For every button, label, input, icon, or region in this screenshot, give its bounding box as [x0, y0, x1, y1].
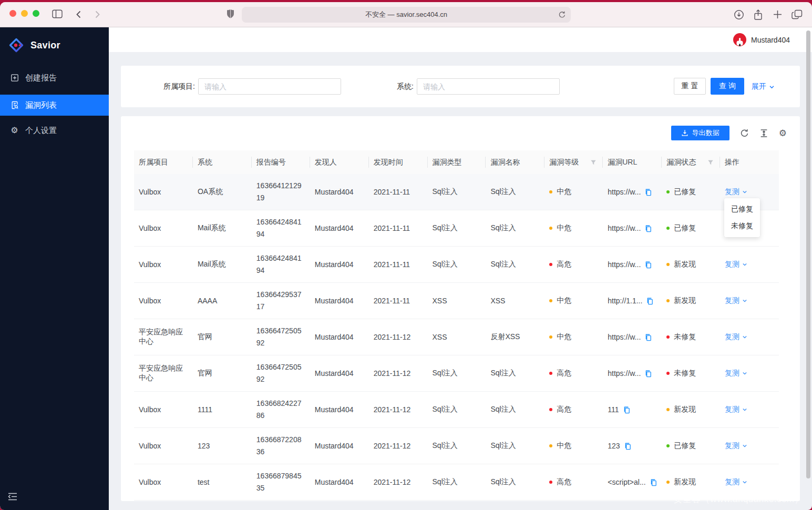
close-window-button[interactable] — [9, 10, 16, 17]
sidebar-item-创建报告[interactable]: 创建报告 — [0, 67, 109, 88]
retest-action-link[interactable]: 复测 — [725, 405, 747, 414]
system-filter-input[interactable] — [417, 78, 560, 95]
copy-url-icon[interactable] — [644, 333, 652, 341]
column-header: 发现时间 — [369, 150, 428, 174]
date-value: 2021-11-11 — [374, 224, 410, 232]
copy-url-icon[interactable] — [624, 442, 632, 450]
cell-report-id: 1636687220836 — [252, 428, 310, 464]
copy-url-icon[interactable] — [623, 406, 631, 414]
retest-action-link[interactable]: 复测 — [725, 260, 747, 269]
retest-dropdown-option[interactable]: 未修复 — [724, 218, 760, 234]
downloads-icon[interactable] — [734, 9, 744, 22]
retest-action-link[interactable]: 复测 — [725, 332, 747, 342]
cell-vuln-level: 高危 — [544, 247, 603, 282]
cell-system: OA系统 — [193, 174, 252, 210]
cell-vuln-level: 中危 — [544, 428, 603, 464]
cell-vuln-type: Sql注入 — [428, 428, 486, 464]
new-tab-icon[interactable] — [773, 9, 783, 22]
copy-url-icon[interactable] — [644, 225, 652, 232]
status-value: 已修复 — [674, 223, 696, 233]
column-header-label: 系统 — [198, 158, 212, 167]
cell-vuln-name: Sql注入 — [486, 247, 544, 282]
column-header: 所属项目 — [134, 150, 193, 174]
table-row: VulboxMail系统1636642484194Mustard4042021-… — [134, 210, 779, 247]
export-data-button[interactable]: 导出数据 — [671, 126, 729, 140]
vuln-type-value: Sql注入 — [433, 223, 458, 233]
copy-url-icon[interactable] — [644, 188, 652, 196]
privacy-shield-icon[interactable] — [226, 9, 235, 22]
reset-button[interactable]: 重 置 — [674, 78, 706, 95]
project-filter-input[interactable] — [198, 78, 341, 95]
sidebar-toggle-icon[interactable] — [52, 9, 63, 21]
cell-vuln-name: Sql注入 — [486, 210, 544, 246]
row-height-icon[interactable] — [759, 129, 768, 138]
sidebar-item-漏洞列表[interactable]: 漏洞列表 — [0, 95, 109, 116]
sidebar-item-个人设置[interactable]: ⚙个人设置 — [0, 120, 109, 141]
cell-actions: 复测 — [720, 319, 779, 355]
cell-date: 2021-11-12 — [369, 319, 428, 355]
retest-action-link[interactable]: 复测 — [725, 477, 747, 487]
url-value: https://w... — [608, 188, 641, 196]
cell-finder: Mustard404 — [310, 283, 369, 319]
retest-action-link[interactable]: 复测 — [725, 369, 747, 378]
retest-action-link[interactable]: 复测 — [725, 441, 747, 451]
cell-system: Mail系统 — [193, 210, 252, 246]
retest-action-link[interactable]: 复测 — [725, 187, 747, 197]
url-bar[interactable]: 不安全 — savior.sec404.cn — [242, 7, 571, 23]
sidebar-item-label: 漏洞列表 — [25, 100, 57, 110]
back-icon[interactable] — [75, 10, 83, 21]
cell-project: Vulbox — [134, 210, 193, 246]
expand-filters-link[interactable]: 展开 — [752, 82, 775, 91]
copy-url-icon[interactable] — [646, 297, 654, 305]
table-settings-gear-icon[interactable]: ⚙ — [779, 128, 787, 139]
retest-dropdown-option[interactable]: 已修复 — [724, 201, 760, 218]
date-value: 2021-11-12 — [374, 369, 411, 378]
logo-text: Savior — [30, 40, 60, 51]
cell-project: 平安应急响应中心 — [134, 319, 193, 355]
reload-icon[interactable] — [558, 11, 566, 21]
copy-url-icon[interactable] — [644, 261, 652, 269]
retest-label: 复测 — [725, 260, 739, 269]
refresh-icon[interactable] — [740, 129, 749, 138]
date-value: 2021-11-12 — [374, 478, 411, 486]
copy-url-icon[interactable] — [644, 370, 652, 378]
cell-vuln-status: 已修复 — [662, 210, 720, 246]
fullscreen-window-button[interactable] — [33, 10, 39, 17]
date-value: 2021-11-11 — [374, 188, 410, 196]
chevron-down-icon — [742, 262, 747, 267]
column-header: 报告编号 — [252, 150, 310, 174]
forward-icon[interactable] — [93, 10, 101, 21]
filter-funnel-icon[interactable] — [590, 159, 597, 166]
project-value: Vulbox — [139, 188, 161, 196]
level-value: 高危 — [557, 405, 571, 414]
cell-vuln-name: Sql注入 — [486, 392, 544, 427]
collapse-sidebar-icon[interactable] — [8, 493, 17, 503]
browser-chrome: 不安全 — savior.sec404.cn — [0, 2, 812, 27]
query-button[interactable]: 查 询 — [711, 78, 744, 95]
sidebar: Savior 创建报告漏洞列表⚙个人设置 — [0, 27, 109, 510]
cell-finder: Mustard404 — [310, 174, 369, 210]
url-value: <script>al... — [608, 478, 645, 486]
tab-overview-icon[interactable] — [792, 9, 803, 22]
finder-value: Mustard404 — [315, 333, 354, 341]
cell-project: 平安应急响应中心 — [134, 355, 193, 391]
retest-action-link[interactable]: 复测 — [725, 296, 747, 305]
scrollbar-thumb[interactable] — [806, 30, 810, 478]
column-header: 系统 — [193, 150, 252, 174]
filter-funnel-icon[interactable] — [707, 159, 714, 166]
cell-vuln-level: 高危 — [544, 392, 603, 427]
cell-vuln-name: XSS — [486, 283, 544, 319]
cell-finder: Mustard404 — [310, 355, 369, 391]
cell-vuln-level: 高危 — [544, 355, 603, 391]
column-header-label: 漏洞状态 — [666, 158, 696, 167]
cell-system: AAAA — [193, 283, 252, 319]
column-header-label: 漏洞URL — [608, 158, 637, 167]
cell-finder: Mustard404 — [310, 392, 369, 427]
copy-url-icon[interactable] — [650, 478, 657, 486]
share-icon[interactable] — [753, 9, 763, 23]
minimize-window-button[interactable] — [21, 10, 28, 17]
username[interactable]: Mustard404 — [751, 36, 790, 44]
avatar[interactable] — [733, 33, 746, 46]
column-header-label: 发现时间 — [374, 158, 403, 167]
vuln-name-value: Sql注入 — [490, 369, 516, 378]
